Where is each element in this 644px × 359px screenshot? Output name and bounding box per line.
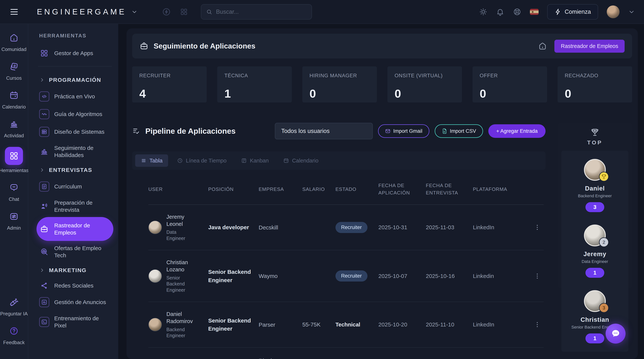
sidebar-item-guia-de-algoritmos[interactable]: Guía de Algoritmos [36, 105, 113, 123]
rail-item-cursos[interactable]: Cursos [6, 60, 22, 81]
home-icon-button[interactable] [538, 42, 547, 50]
sidebar-item-ofertas-de-empleo-tech[interactable]: Ofertas de Empleo Tech [36, 241, 113, 263]
row-menu-icon[interactable] [518, 272, 544, 280]
search-bar[interactable] [201, 4, 312, 19]
rail-item-herramientas[interactable]: Herramientas [0, 147, 28, 173]
row-menu-icon[interactable] [518, 224, 544, 231]
import-gmail-button[interactable]: Import Gmail [378, 124, 430, 138]
briefcase-icon [39, 225, 49, 233]
ai-wand-icon [9, 297, 19, 307]
sidebar-group-marketing[interactable]: MARKETING [36, 263, 113, 278]
user-name: Christian Lozano [166, 259, 195, 273]
col-fecha-entrevista: FECHA DE ENTREVISTA [426, 182, 473, 197]
sidebar-group-entrevistas[interactable]: ENTREVISTAS [36, 162, 113, 178]
system-server-icon [39, 127, 49, 137]
table-row[interactable]: Christian Lozano Senior Backend Engineer… [148, 250, 544, 302]
sidebar-item-practica-en-vivo[interactable]: Práctica en Vivo [36, 88, 113, 105]
rail-item-chat[interactable]: Chat [8, 182, 20, 202]
applied-date-cell: 2025-10-20 [378, 321, 426, 328]
rail-item-actividad[interactable]: Actividad [4, 118, 24, 139]
job-tracker-button[interactable]: Rastreador de Empleos [554, 40, 624, 53]
interview-date-cell: 2025-10-16 [426, 273, 473, 279]
col-plataforma: PLATAFORMA [473, 186, 518, 193]
top-bar: ENGINEERGAME Comienza [0, 0, 644, 24]
avatar [148, 318, 162, 331]
col-empresa: EMPRESA [259, 186, 302, 193]
page-header: Seguimiento de Aplicaciones Rastreador d… [132, 34, 632, 58]
platform-cell: LinkedIn [473, 224, 518, 231]
table-row[interactable]: Daniel Radomirov Backend Engineer Senior… [148, 302, 544, 348]
add-entry-button[interactable]: + Agregar Entrada [488, 124, 546, 138]
sidebar-item-diseno-de-sistemas[interactable]: Diseño de Sistemas [36, 123, 113, 141]
import-csv-button[interactable]: Import CSV [435, 124, 483, 138]
user-role: Data Engineer [166, 229, 195, 241]
courses-cards-icon [9, 62, 19, 71]
language-flag-spain[interactable] [530, 9, 538, 15]
table-row[interactable]: Jeremy Leonel Data Engineer Java develop… [148, 205, 544, 250]
tab-tabla[interactable]: Tabla [135, 154, 168, 167]
leader-name: Jeremy [584, 251, 606, 258]
pipeline-title: Pipeline de Aplicaciones [145, 127, 236, 136]
page-title-wrap: Seguimiento de Aplicaciones [140, 42, 255, 50]
leader-count-badge: 1 [586, 334, 604, 344]
tab-calendario[interactable]: Calendario [278, 154, 324, 167]
rail-item-admin[interactable]: Admin [7, 210, 21, 231]
rank-2-medal-badge: 2 [599, 237, 609, 247]
brand[interactable]: ENGINEERGAME [37, 7, 138, 16]
calendar-icon [283, 158, 289, 163]
sidebar-item-curriculum[interactable]: Currículum [36, 178, 113, 195]
user-avatar[interactable] [607, 5, 620, 18]
status-badge: Recruiter [336, 270, 368, 282]
sidebar-item-seguimiento-de-habilidades[interactable]: Seguimiento de Habilidades [36, 141, 113, 162]
icon-rail: Comunidad Cursos Calendario Actividad He… [0, 24, 28, 359]
admin-sliders-icon [9, 212, 19, 221]
sidebar-item-entrenamiento-de-pixel[interactable]: Entrenamiento de Pixel [36, 311, 113, 333]
search-icon [206, 8, 212, 15]
briefcase-icon [140, 42, 148, 50]
apps-grid-icon[interactable] [180, 8, 188, 16]
stat-card-tecnica: TÉCNICA 1 [217, 66, 292, 102]
sidebar-item-preparacion-de-entrevista[interactable]: Preparación de Entrevista [36, 195, 113, 217]
ads-chart-icon [39, 297, 49, 307]
salary-cell: 55-75K [302, 321, 336, 328]
sidebar-group-programacion[interactable]: PROGRAMACIÓN [36, 72, 113, 88]
question-circle-icon [9, 326, 19, 336]
activity-bars-icon [9, 119, 19, 129]
sidebar-item-rastreador-de-empleos[interactable]: Rastreador de Empleos [36, 217, 113, 241]
start-button[interactable]: Comienza [547, 4, 598, 19]
notifications-bell-icon[interactable] [496, 8, 504, 16]
user-filter-select[interactable]: Todos los usuarios [275, 123, 373, 139]
bolt-circle-icon[interactable] [162, 7, 171, 16]
tab-kanban[interactable]: Kanban [236, 154, 274, 167]
tab-linea-de-tiempo[interactable]: Línea de Tiempo [172, 154, 232, 167]
rail-item-feedback[interactable]: Feedback [3, 325, 25, 346]
rail-item-comunidad[interactable]: Comunidad [2, 32, 26, 52]
sidebar-item-gestion-de-anuncios[interactable]: Gestión de Anuncios [36, 293, 113, 311]
sidebar-item-gestor-de-apps[interactable]: Gestor de Apps [36, 45, 113, 61]
leaderboard-title: TOP [587, 139, 602, 146]
leaderboard-entry[interactable]: 2 Jeremy Data Engineer 1 [582, 225, 608, 278]
search-input[interactable] [216, 8, 307, 15]
leader-count-badge: 1 [586, 268, 604, 278]
rail-item-preguntar-ia[interactable]: Preguntar IA [0, 296, 28, 317]
stat-card-rechazado: RECHAZADO 0 [558, 66, 632, 102]
account-chevron-down-icon[interactable] [628, 8, 635, 15]
stat-card-recruiter: RECRUITER 4 [132, 66, 207, 102]
stat-card-onsite: ONSITE (VIRTUAL) 0 [388, 66, 462, 102]
row-menu-icon[interactable] [518, 321, 544, 328]
leaderboard-entry[interactable]: Daniel Backend Engineer 3 [578, 159, 612, 212]
sidebar-item-redes-sociales[interactable]: Redes Sociales [36, 278, 113, 293]
hamburger-menu-icon[interactable] [0, 7, 28, 17]
stats-row: RECRUITER 4 TÉCNICA 1 HIRING MANAGER 0 O… [132, 66, 632, 102]
table-row[interactable]: Daniel Radomirov Backend Engineer Softwa… [148, 348, 544, 359]
theme-toggle-sun-icon[interactable] [479, 8, 488, 16]
position-cell: Java developer [208, 223, 259, 232]
help-lifebuoy-icon[interactable] [513, 8, 521, 16]
brand-chevron-down-icon[interactable] [131, 9, 138, 15]
bolt-icon [554, 8, 562, 15]
rail-item-calendario[interactable]: Calendario [2, 89, 26, 110]
chat-fab-button[interactable] [606, 324, 626, 344]
rank-1-trophy-badge [599, 172, 609, 181]
trophy-icon [590, 128, 600, 137]
col-posicion: POSICIÓN [208, 186, 259, 193]
